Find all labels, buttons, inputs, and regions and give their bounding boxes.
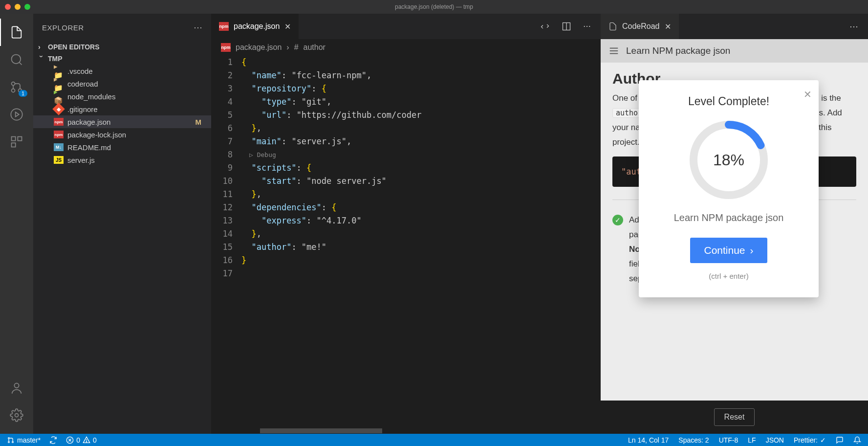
progress-ring: 18%	[687, 118, 770, 201]
split-editor-icon[interactable]	[562, 22, 571, 31]
gear-icon	[10, 408, 23, 422]
modal-close[interactable]: ✕	[803, 87, 812, 102]
file-icon	[608, 22, 617, 31]
coderoad-footer: Reset	[601, 401, 868, 434]
svg-point-10	[14, 383, 19, 388]
svg-point-0	[12, 55, 21, 64]
tab-package-json[interactable]: npm package.json ✕	[211, 14, 299, 39]
tree-item-package-json[interactable]: npmpackage.jsonM	[33, 115, 211, 128]
status-bell[interactable]	[853, 436, 861, 444]
activity-debug[interactable]	[0, 101, 33, 128]
editor-more-icon[interactable]: ⋯	[583, 22, 591, 31]
editor-area: npm package.json ✕ ⋯ npm package.json › …	[211, 14, 601, 434]
scm-badge: 1	[19, 90, 27, 97]
continue-button[interactable]: Continue ›	[690, 238, 767, 263]
horizontal-scrollbar[interactable]	[211, 428, 601, 434]
file-label: server.js	[67, 156, 206, 164]
search-icon	[10, 53, 23, 67]
check-icon: ✓	[612, 215, 623, 225]
root-folder-label: TMP	[48, 55, 63, 63]
svg-point-4	[12, 89, 15, 92]
scrollbar-thumb[interactable]	[260, 428, 382, 433]
minimap[interactable]	[577, 56, 601, 428]
compare-icon[interactable]	[540, 22, 550, 31]
sync-icon	[49, 436, 57, 444]
status-branch[interactable]: master*	[7, 436, 41, 444]
window-close[interactable]	[5, 4, 11, 10]
activity-extensions[interactable]	[0, 128, 33, 156]
status-spaces[interactable]: Spaces: 2	[678, 436, 709, 444]
explorer-more[interactable]: ⋯	[194, 22, 202, 33]
status-eol[interactable]: LF	[748, 436, 756, 444]
activity-search[interactable]	[0, 46, 33, 73]
level-complete-modal: ✕ Level Complete! 18% Learn NPM package …	[639, 80, 819, 297]
panel-more-icon[interactable]: ⋯	[849, 21, 868, 32]
svg-line-1	[20, 63, 22, 65]
line-numbers: 1234567891011121314151617	[211, 56, 241, 428]
explorer-sidebar: EXPLORER ⋯ › OPEN EDITORS › TMP ▸ 📁.vsco…	[33, 14, 211, 434]
breadcrumb-symbol: author	[304, 43, 326, 52]
hash-icon: #	[294, 43, 299, 52]
error-icon	[66, 436, 74, 444]
tree-item-node_modules[interactable]: ▸ 📦node_modules	[33, 90, 211, 103]
file-icon: ▸ 📦	[54, 91, 64, 101]
progress-percent: 18%	[713, 153, 744, 167]
modal-subtitle: Learn NPM package json	[652, 210, 805, 225]
git-status: M	[195, 118, 207, 126]
svg-point-2	[12, 82, 15, 86]
tab-coderoad[interactable]: CodeRoad ✕	[601, 14, 679, 39]
status-lang[interactable]: JSON	[766, 436, 784, 444]
tree-item-server-js[interactable]: JSserver.js	[33, 154, 211, 166]
reset-button[interactable]: Reset	[714, 408, 755, 426]
svg-rect-9	[12, 143, 16, 147]
window-minimize[interactable]	[15, 4, 21, 10]
breadcrumb[interactable]: npm package.json › # author	[211, 39, 601, 56]
status-encoding[interactable]: UTF-8	[719, 436, 738, 444]
chevron-right-icon: ›	[38, 43, 45, 51]
file-label: .gitignore	[67, 105, 206, 113]
file-icon: npm	[54, 117, 64, 127]
activity-bar: 1	[0, 14, 33, 434]
status-lncol[interactable]: Ln 14, Col 17	[628, 436, 669, 444]
svg-point-11	[15, 414, 19, 417]
chevron-right-icon: ›	[750, 245, 754, 256]
status-feedback[interactable]	[836, 436, 844, 444]
feedback-icon	[836, 436, 844, 444]
activity-scm[interactable]: 1	[0, 73, 33, 101]
status-sync[interactable]	[49, 436, 57, 444]
window-titlebar: package.json (deleted) — tmp	[0, 0, 868, 14]
traffic-lights	[5, 4, 30, 10]
svg-point-21	[8, 441, 10, 443]
file-label: package-lock.json	[67, 131, 206, 139]
status-prettier[interactable]: Prettier: ✓	[794, 436, 826, 444]
menu-icon[interactable]	[608, 45, 619, 56]
npm-icon: npm	[219, 22, 229, 31]
close-icon[interactable]: ✕	[284, 22, 291, 31]
activity-settings[interactable]	[0, 401, 33, 429]
status-errors[interactable]: 0 0	[66, 436, 97, 444]
warning-icon	[83, 436, 90, 444]
status-bar: master* 0 0 Ln 14, Col 17 Spaces: 2 UTF-…	[0, 434, 868, 446]
editor-tabs: npm package.json ✕ ⋯	[211, 14, 601, 39]
svg-point-6	[11, 109, 22, 120]
open-editors-label: OPEN EDITORS	[48, 43, 100, 51]
activity-explorer[interactable]	[0, 19, 33, 46]
file-label: .vscode	[67, 67, 206, 75]
modal-hint: (ctrl + enter)	[652, 269, 805, 284]
tree-item--gitignore[interactable]: ◆.gitignore	[33, 103, 211, 115]
code-editor[interactable]: 1234567891011121314151617 { "name": "fcc…	[211, 56, 601, 428]
tree-item-package-lock-json[interactable]: npmpackage-lock.json	[33, 128, 211, 141]
account-icon	[10, 381, 23, 395]
svg-point-26	[86, 441, 87, 442]
debug-icon	[10, 108, 23, 121]
coderoad-body: Author One of the most common pieces in …	[601, 63, 868, 401]
file-icon: ▸ 📁	[54, 79, 64, 89]
npm-icon: npm	[221, 43, 231, 52]
window-maximize[interactable]	[24, 4, 30, 10]
code-content[interactable]: { "name": "fcc-learn-npm", "repository":…	[241, 56, 577, 428]
activity-account[interactable]	[0, 374, 33, 401]
open-editors-section[interactable]: › OPEN EDITORS	[33, 41, 211, 53]
tree-item-README-md[interactable]: M↓README.md	[33, 141, 211, 154]
svg-rect-8	[18, 137, 22, 141]
close-icon[interactable]: ✕	[665, 22, 671, 31]
